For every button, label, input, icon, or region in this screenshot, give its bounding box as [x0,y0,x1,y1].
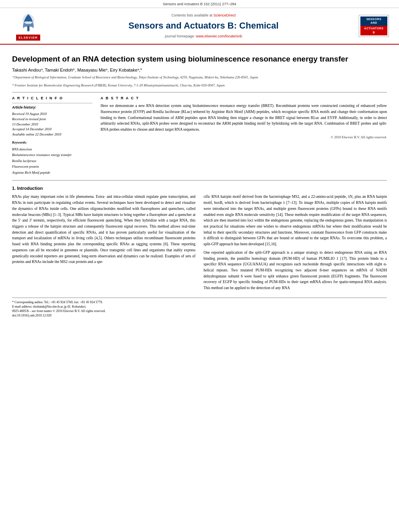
elsevier-wordmark: ELSEVIER [16,35,40,41]
email-note: E-mail address: ekobatak@bio.titech.ac.j… [12,304,387,309]
article-info-col: A R T I C L E I N F O Article history: R… [12,96,93,175]
top-bar: Sensors and Actuators B 152 (2011) 277–2… [0,0,399,8]
body-left-col: RNAs play many important roles in life p… [12,194,195,294]
journal-homepage-line: journal homepage: www.elsevier.com/locat… [48,34,359,39]
authors-line: Takashi Andouᵃ, Tamaki Endohᵇ, Masayasu … [12,67,387,73]
journal-header-center: Contents lists available at ScienceDirec… [48,13,359,39]
journal-title: Sensors and Actuators B: Chemical [48,20,359,32]
elsevier-tree-icon [17,11,39,33]
sciencedirect-line: Contents lists available at ScienceDirec… [48,13,359,18]
elsevier-logo-area: ELSEVIER [8,11,48,41]
journal-citation: Sensors and Actuators B 152 (2011) 277–2… [163,2,237,6]
footnote-area: * Corresponding author. Tel.: +81 45 924… [12,298,387,318]
intro-left-p1: RNAs play many important roles in life p… [12,194,195,265]
received-date: Received 19 August 2010 [12,111,93,117]
doi-note: doi:10.1016/j.snb.2010.12.020 [12,313,387,318]
sciencedirect-link[interactable]: ScienceDirect [214,13,236,17]
issn-note: 0925-4005/$ – see front matter © 2010 El… [12,309,387,313]
copyright-line: © 2010 Elsevier B.V. All rights reserved… [101,135,387,140]
keyword-4: Fluorescent protein [12,164,93,169]
keyword-3: Renilla luciferase [12,158,93,164]
logo-actuators-text: ACTUATORS B [360,26,387,35]
elsevier-logo: ELSEVIER [8,11,48,41]
online-date: Available online 22 December 2010 [12,132,93,137]
intro-right-p1: cific RNA hairpin motif derived from the… [204,194,387,247]
intro-right-p2: One reported application of the split-GF… [204,250,387,291]
main-content: Development of an RNA detection system u… [0,45,399,322]
affiliation-b: ᵇ Frontier Institute for Biomolecular En… [12,83,387,88]
corresponding-note: * Corresponding author. Tel.: +81 45 924… [12,300,387,304]
journal-homepage-link[interactable]: www.elsevier.com/locate/snb [196,34,242,38]
info-abstract-section: A R T I C L E I N F O Article history: R… [12,92,387,175]
section-divider [12,180,387,181]
accepted-date: Accepted 14 December 2010 [12,127,93,132]
revised-date: 13 December 2010 [12,122,93,127]
keyword-1: RNA detection [12,146,93,152]
journal-header: ELSEVIER Contents lists available at Sci… [0,8,399,45]
article-info-label: A R T I C L E I N F O [12,96,93,101]
journal-logo-box: SENSORS AND ACTUATORS B [359,15,389,37]
abstract-label: A B S T R A C T [101,96,387,101]
keywords-title: Keywords: [12,140,93,145]
keyword-2: Bioluminescence resonance energy transfe… [12,152,93,158]
body-columns: RNAs play many important roles in life p… [12,194,387,294]
abstract-text: Here we demonstrate a new RNA detection … [101,103,387,133]
logo-sensors-text: SENSORS AND [360,16,387,26]
article-history-block: Article history: Received 19 August 2010… [12,103,93,137]
keywords-block: Keywords: RNA detection Bioluminescence … [12,140,93,175]
revised-label: Received in revised form [12,117,93,122]
article-title: Development of an RNA detection system u… [12,54,387,64]
keyword-5: Arginine Rich Motif peptide [12,170,93,175]
abstract-col: A B S T R A C T Here we demonstrate a ne… [101,96,387,175]
history-title: Article history: [12,105,93,110]
journal-logo-box-area: SENSORS AND ACTUATORS B [359,15,391,37]
introduction-heading: 1. Introduction [12,185,387,191]
affiliation-a: ᵃ Department of Biological Information, … [12,75,387,80]
body-right-col: cific RNA hairpin motif derived from the… [204,194,387,294]
